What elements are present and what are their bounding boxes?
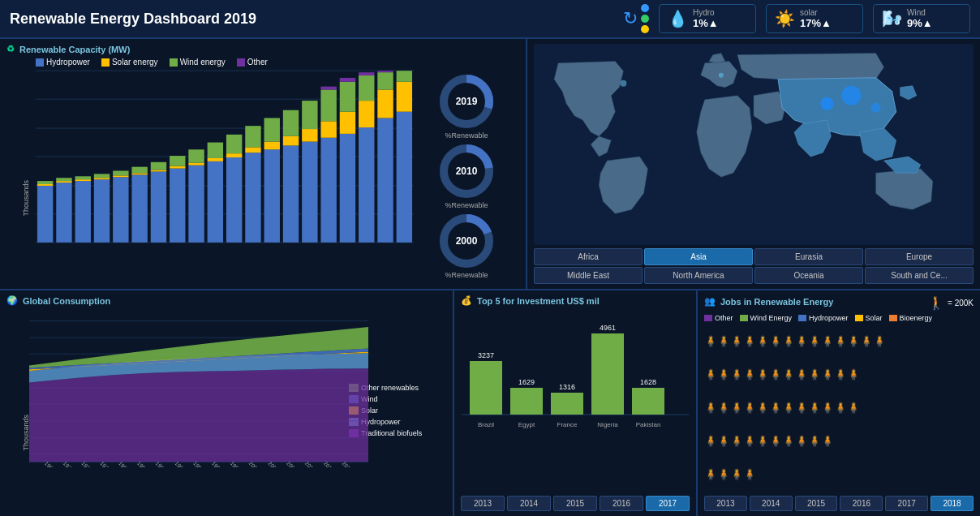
region-north-america[interactable]: North America — [644, 267, 753, 284]
svg-text:2010: 2010 — [456, 166, 478, 177]
region-asia[interactable]: Asia — [644, 248, 753, 265]
region-south-central[interactable]: South and Ce... — [865, 267, 974, 284]
svg-rect-36 — [131, 167, 147, 174]
svg-point-112 — [620, 80, 626, 87]
region-eurasia[interactable]: Eurasia — [754, 248, 863, 265]
jobs-row-bioenergy: 🧍🧍🧍🧍🧍🧍🧍🧍🧍🧍 — [704, 435, 974, 447]
svg-rect-52 — [208, 143, 223, 158]
rc-icon: ♻ — [6, 44, 15, 54]
svg-text:2008: 2008 — [191, 246, 204, 247]
legend-hydro: Hydropower — [36, 58, 90, 67]
legend-jobs-wind: Wind Energy — [740, 314, 793, 322]
svg-rect-95 — [397, 82, 412, 112]
inv-year-2013[interactable]: 2013 — [461, 496, 505, 511]
wind-label: Wind — [907, 8, 933, 17]
svg-text:3237: 3237 — [478, 351, 494, 359]
svg-point-110 — [871, 103, 881, 113]
region-oceania[interactable]: Oceania — [754, 267, 863, 284]
svg-text:2019: 2019 — [399, 246, 412, 247]
svg-rect-19 — [56, 181, 71, 183]
region-europe[interactable]: Europe — [865, 248, 974, 265]
legend-dot-wind — [170, 58, 178, 67]
dot-blue — [641, 4, 649, 12]
svg-rect-24 — [75, 176, 91, 179]
legend-dot-other — [237, 58, 245, 67]
gc-y-label: Thousands — [22, 415, 30, 451]
svg-rect-80 — [340, 112, 355, 134]
svg-text:2010: 2010 — [230, 246, 243, 247]
hydro-label: Hydro — [693, 8, 719, 17]
svg-rect-28 — [94, 174, 110, 178]
svg-rect-40 — [151, 162, 166, 170]
donut-svg-2000: 2000 — [438, 213, 495, 269]
bar-chart-area: Thousands 1,200 1,000 800 — [6, 68, 414, 284]
legend-jobs-bioenergy: Bioenergy — [889, 314, 933, 322]
svg-rect-70 — [302, 142, 317, 243]
solar-stat: ☀️ solar 17%▲ — [766, 4, 863, 33]
svg-rect-82 — [340, 78, 355, 82]
top-row: ♻ Renewable Capacity (MW) Hydropower Sol… — [0, 39, 980, 290]
svg-rect-20 — [56, 178, 71, 181]
svg-text:2013: 2013 — [286, 246, 299, 247]
inv-year-2016[interactable]: 2016 — [600, 496, 643, 511]
svg-point-108 — [820, 97, 833, 110]
wind-persons: 🧍🧍🧍🧍🧍🧍🧍🧍🧍🧍🧍🧍🧍🧍 — [704, 335, 886, 347]
jobs-icons-area: 🧍🧍🧍🧍🧍🧍🧍🧍🧍🧍🧍🧍🧍🧍 🧍🧍🧍🧍🧍🧍🧍🧍🧍🧍🧍🧍 🧍🧍🧍🧍🧍🧍🧍🧍🧍🧍🧍🧍… — [704, 325, 974, 492]
donut-2019-label: %Renewable — [445, 131, 488, 140]
jobs-year-2015[interactable]: 2015 — [795, 496, 838, 511]
svg-rect-63 — [264, 142, 280, 150]
jobs-year-2016[interactable]: 2016 — [840, 496, 883, 511]
svg-text:2018: 2018 — [380, 246, 393, 247]
svg-text:2000: 2000 — [456, 235, 478, 247]
svg-text:2002: 2002 — [78, 246, 91, 247]
svg-rect-23 — [75, 179, 91, 181]
svg-rect-38 — [151, 171, 166, 242]
hydro-persons: 🧍🧍🧍🧍🧍🧍🧍🧍🧍🧍🧍🧍 — [704, 368, 860, 381]
svg-rect-76 — [320, 90, 336, 122]
jobs-row-hydro: 🧍🧍🧍🧍🧍🧍🧍🧍🧍🧍🧍🧍 — [704, 368, 974, 381]
svg-rect-46 — [188, 166, 204, 243]
svg-rect-81 — [340, 82, 355, 112]
svg-text:2011: 2011 — [248, 246, 261, 247]
gc-content: Thousands 18 16 14 12 10 8 6 4 2 0 — [6, 309, 446, 511]
legend-jobs-hydro: Hydropower — [798, 314, 849, 322]
legend-solar: Solar energy — [101, 58, 158, 67]
inv-panel-title: 💰 Top 5 for Investment US$ mil — [461, 295, 690, 306]
svg-point-111 — [719, 73, 724, 78]
svg-text:2017: 2017 — [362, 246, 375, 247]
legend-dot-hydro — [36, 58, 44, 67]
svg-rect-26 — [94, 179, 110, 243]
inv-year-buttons: 2013 2014 2015 2016 2017 — [461, 496, 690, 511]
svg-text:4961: 4961 — [600, 324, 616, 332]
legend-other: Other — [237, 58, 268, 67]
jobs-scale: 🚶 = 200K — [928, 295, 974, 311]
inv-year-2014[interactable]: 2014 — [507, 496, 551, 511]
jobs-year-2018[interactable]: 2018 — [931, 496, 974, 511]
svg-rect-58 — [245, 153, 260, 243]
bioenergy-persons: 🧍🧍🧍🧍🧍🧍🧍🧍🧍🧍 — [704, 435, 834, 447]
svg-rect-43 — [170, 166, 185, 169]
jobs-year-2017[interactable]: 2017 — [885, 496, 928, 511]
legend-dot-jobs-wind — [740, 315, 748, 321]
svg-text:2006: 2006 — [153, 246, 166, 247]
svg-rect-39 — [151, 170, 166, 172]
legend-jobs-other: Other — [704, 314, 733, 322]
refresh-icon[interactable]: ↻ — [623, 8, 638, 29]
world-map-container — [534, 44, 974, 245]
jobs-year-2014[interactable]: 2014 — [750, 496, 793, 511]
legend-dot-jobs-hydro — [798, 315, 806, 321]
inv-year-2015[interactable]: 2015 — [553, 496, 597, 511]
region-africa[interactable]: Africa — [534, 248, 643, 265]
svg-rect-77 — [320, 87, 336, 90]
svg-rect-32 — [113, 171, 128, 176]
gc-chart-wrap: Thousands 18 16 14 12 10 8 6 4 2 0 — [6, 309, 346, 511]
inv-year-2017[interactable]: 2017 — [646, 496, 690, 511]
dot-green — [641, 15, 649, 23]
region-middle-east[interactable]: Middle East — [534, 267, 643, 284]
jobs-year-2013[interactable]: 2013 — [704, 496, 747, 511]
world-map-svg — [534, 44, 974, 245]
svg-text:1629: 1629 — [518, 378, 535, 386]
jobs-year-buttons: 2013 2014 2015 2016 2017 2018 — [704, 496, 974, 511]
svg-rect-16 — [37, 181, 53, 184]
svg-rect-90 — [377, 90, 393, 118]
